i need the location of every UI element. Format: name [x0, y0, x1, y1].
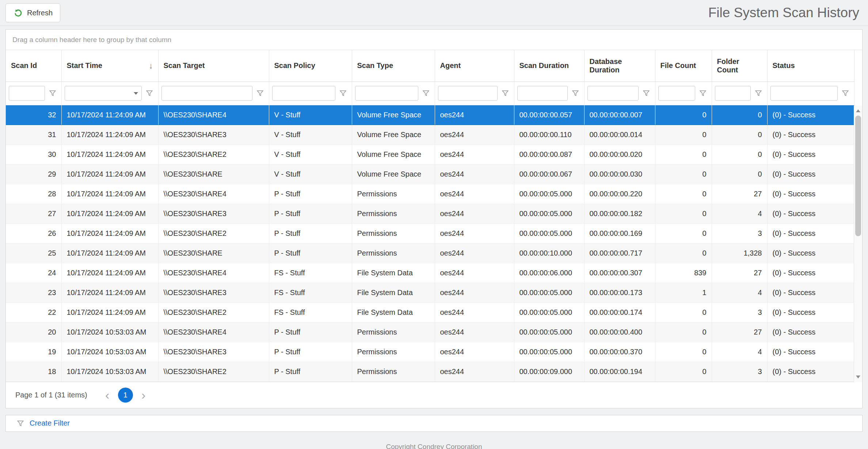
cell-start-time: 10/17/2024 11:24:09 AM: [61, 105, 158, 125]
cell-start-time: 10/17/2024 11:24:09 AM: [61, 283, 158, 302]
filter-input-database-duration[interactable]: [588, 86, 638, 100]
grid-row-scan-27[interactable]: 2710/17/2024 11:24:09 AM\\OES230\SHARE3P…: [6, 204, 862, 223]
cell-scan-policy: P - Stuff: [269, 243, 352, 263]
filter-menu-button-scan-duration[interactable]: [570, 86, 581, 101]
grid-row-scan-23[interactable]: 2310/17/2024 11:24:09 AM\\OES230\SHARE3F…: [6, 283, 862, 302]
filter-menu-button-agent[interactable]: [499, 86, 511, 101]
column-header-database-duration[interactable]: Database Duration: [584, 50, 655, 82]
cell-database-duration: 00.00:00:00.014: [584, 125, 655, 144]
filter-menu-button-scan-policy[interactable]: [337, 86, 349, 101]
cell-scan-id: 23: [6, 283, 61, 302]
cell-scan-duration: 00.00:00:09.000: [514, 362, 584, 381]
cell-database-duration: 00.00:00:00.173: [584, 283, 655, 302]
cell-scan-type: Permissions: [352, 362, 435, 381]
scrollbar-down-arrow-icon[interactable]: [854, 373, 862, 381]
cell-agent: oes244: [435, 362, 514, 381]
create-filter-link[interactable]: Create Filter: [30, 419, 70, 427]
cell-status: (0) - Success: [767, 204, 854, 223]
filter-menu-button-scan-id[interactable]: [47, 86, 58, 101]
column-header-scan-target[interactable]: Scan Target: [158, 50, 269, 82]
grid-row-scan-20[interactable]: 2010/17/2024 10:53:03 AM\\OES230\SHARE4P…: [6, 322, 862, 342]
pager-prev-button[interactable]: [103, 389, 112, 401]
cell-scan-id: 18: [6, 362, 61, 381]
column-header-label: Scan Target: [164, 61, 205, 70]
filter-input-folder-count[interactable]: [715, 86, 750, 100]
filter-input-scan-id[interactable]: [9, 86, 45, 100]
filter-input-scan-type[interactable]: [355, 86, 418, 100]
filter-menu-button-database-duration[interactable]: [640, 86, 652, 101]
grid-row-scan-31[interactable]: 3110/17/2024 11:24:09 AM\\OES230\SHARE3V…: [6, 125, 862, 144]
pager-summary: Page 1 of 1 (31 items): [15, 391, 87, 399]
filter-input-agent[interactable]: [438, 86, 497, 100]
scrollbar-up-arrow-icon[interactable]: [854, 106, 862, 115]
filter-menu-button-scan-target[interactable]: [254, 86, 266, 101]
filter-input-start-time[interactable]: [65, 86, 130, 100]
column-header-start-time[interactable]: Start Time↓: [61, 50, 158, 82]
cell-scan-type: Permissions: [352, 184, 435, 204]
cell-scan-id: 31: [6, 125, 61, 144]
filter-input-scan-duration[interactable]: [518, 86, 567, 100]
column-header-scan-duration[interactable]: Scan Duration: [514, 50, 584, 82]
column-header-scan-policy[interactable]: Scan Policy: [269, 50, 352, 82]
group-by-drop-zone[interactable]: Drag a column header here to group by th…: [6, 30, 862, 50]
grid-row-scan-24[interactable]: 2410/17/2024 11:24:09 AM\\OES230\SHARE4F…: [6, 263, 862, 283]
grid-row-scan-29[interactable]: 2910/17/2024 11:24:09 AM\\OES230\SHAREV …: [6, 164, 862, 184]
scrollbar-thumb[interactable]: [855, 116, 861, 236]
refresh-icon: [13, 8, 23, 18]
cell-folder-count: 0: [712, 105, 767, 125]
cell-scan-id: 28: [6, 184, 61, 204]
group-by-hint-text: Drag a column header here to group by th…: [12, 36, 171, 44]
column-header-folder-count[interactable]: Folder Count: [712, 50, 767, 82]
vertical-scrollbar[interactable]: [854, 106, 862, 382]
column-header-scan-type[interactable]: Scan Type: [352, 50, 435, 82]
filter-input-file-count[interactable]: [659, 86, 695, 100]
column-header-scan-id[interactable]: Scan Id: [6, 50, 61, 82]
cell-status: (0) - Success: [767, 263, 854, 283]
create-filter-funnel-icon: [17, 420, 24, 427]
filter-cell-scan-duration: [514, 82, 584, 105]
cell-folder-count: 27: [712, 184, 767, 204]
cell-scan-policy: V - Stuff: [269, 125, 352, 144]
column-header-status[interactable]: Status: [767, 50, 854, 82]
filter-menu-button-folder-count[interactable]: [753, 86, 764, 101]
filter-dropdown-caret-icon[interactable]: [130, 92, 141, 95]
pager-page-1-button[interactable]: 1: [118, 388, 133, 403]
cell-scan-type: Permissions: [352, 204, 435, 223]
cell-scan-policy: P - Stuff: [269, 342, 352, 362]
grid-row-scan-25[interactable]: 2510/17/2024 11:24:09 AM\\OES230\SHAREP …: [6, 243, 862, 263]
pager-next-button[interactable]: [139, 389, 148, 401]
column-header-file-count[interactable]: File Count: [655, 50, 712, 82]
filter-cell-scan-id: [6, 82, 61, 105]
column-header-label: Start Time: [67, 61, 102, 70]
grid-row-scan-19[interactable]: 1910/17/2024 10:53:03 AM\\OES230\SHARE3P…: [6, 342, 862, 362]
cell-scan-type: Permissions: [352, 243, 435, 263]
refresh-button[interactable]: Refresh: [5, 3, 60, 22]
cell-scan-type: File System Data: [352, 263, 435, 283]
column-header-agent[interactable]: Agent: [435, 50, 514, 82]
cell-status: (0) - Success: [767, 342, 854, 362]
filter-menu-button-file-count[interactable]: [697, 86, 709, 101]
grid-row-scan-18[interactable]: 1810/17/2024 10:53:03 AM\\OES230\SHARE2P…: [6, 362, 862, 381]
filter-input-scan-policy[interactable]: [273, 86, 335, 100]
filter-menu-button-scan-type[interactable]: [420, 86, 432, 101]
cell-folder-count: 27: [712, 322, 767, 342]
column-header-label: Scan Type: [357, 61, 393, 70]
cell-scan-type: Volume Free Space: [352, 125, 435, 144]
cell-scan-policy: P - Stuff: [269, 322, 352, 342]
filter-menu-button-start-time[interactable]: [144, 86, 155, 101]
cell-file-count: 0: [655, 223, 712, 243]
cell-start-time: 10/17/2024 10:53:03 AM: [61, 342, 158, 362]
cell-start-time: 10/17/2024 11:24:09 AM: [61, 223, 158, 243]
grid-row-scan-28[interactable]: 2810/17/2024 11:24:09 AM\\OES230\SHARE4P…: [6, 184, 862, 204]
cell-database-duration: 00.00:00:00.307: [584, 263, 655, 283]
grid-row-scan-30[interactable]: 3010/17/2024 11:24:09 AM\\OES230\SHARE2V…: [6, 144, 862, 164]
grid-row-scan-22[interactable]: 2210/17/2024 11:24:09 AM\\OES230\SHARE2F…: [6, 302, 862, 322]
grid-row-scan-26[interactable]: 2610/17/2024 11:24:09 AM\\OES230\SHARE2P…: [6, 223, 862, 243]
cell-start-time: 10/17/2024 10:53:03 AM: [61, 322, 158, 342]
filter-menu-button-status[interactable]: [840, 86, 851, 101]
cell-database-duration: 00.00:00:00.717: [584, 243, 655, 263]
cell-file-count: 1: [655, 283, 712, 302]
grid-row-scan-32[interactable]: 3210/17/2024 11:24:09 AM\\OES230\SHARE4V…: [6, 105, 862, 125]
filter-input-status[interactable]: [771, 86, 837, 100]
filter-input-scan-target[interactable]: [162, 86, 252, 100]
